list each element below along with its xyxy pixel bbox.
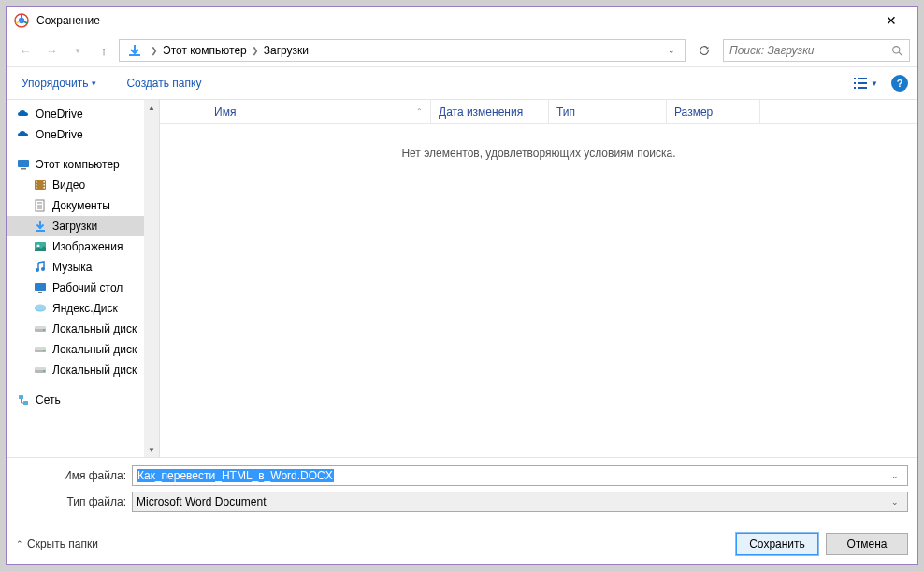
filename-dropdown[interactable]: ⌄ (887, 471, 903, 480)
sidebar: OneDrive OneDrive Этот компьютер Видео (7, 100, 160, 457)
breadcrumb-root[interactable]: Этот компьютер (163, 44, 247, 57)
empty-message: Нет элементов, удовлетворяющих условиям … (160, 124, 917, 182)
yandex-disk-icon (33, 301, 48, 316)
svg-rect-16 (36, 187, 37, 189)
svg-rect-10 (858, 87, 867, 89)
svg-rect-35 (35, 326, 46, 329)
sidebar-local-disk[interactable]: Локальный диск (7, 319, 145, 339)
filetype-label: Тип файла: (16, 495, 126, 508)
svg-point-1 (19, 18, 24, 23)
svg-rect-17 (44, 181, 46, 183)
forward-button[interactable]: → (40, 39, 63, 62)
hide-folders-link[interactable]: ⌃ Скрыть папки (16, 537, 98, 550)
file-list-area: Имя⌃ Дата изменения Тип Размер Нет элеме… (160, 100, 917, 457)
sidebar-onedrive[interactable]: OneDrive (7, 104, 145, 124)
filetype-select[interactable]: Microsoft Word Document ⌄ (132, 492, 908, 512)
svg-line-4 (899, 52, 902, 55)
svg-point-3 (893, 46, 900, 52)
back-button[interactable]: ← (14, 39, 36, 62)
search-input[interactable] (729, 44, 891, 57)
disk-icon (33, 342, 48, 357)
footer: ⌃ Скрыть папки Сохранить Отмена (7, 516, 917, 564)
svg-rect-15 (36, 184, 37, 186)
svg-rect-14 (36, 181, 37, 183)
svg-point-36 (43, 329, 45, 331)
svg-rect-8 (858, 82, 867, 84)
refresh-button[interactable] (693, 39, 715, 62)
scroll-up-button[interactable]: ▲ (145, 100, 159, 115)
chevron-up-icon: ⌃ (16, 539, 23, 549)
svg-rect-18 (44, 184, 46, 186)
address-dropdown[interactable]: ⌄ (662, 46, 681, 55)
save-button[interactable]: Сохранить (736, 533, 818, 555)
filetype-row: Тип файла: Microsoft Word Document ⌄ (16, 492, 908, 512)
documents-icon (33, 198, 48, 213)
close-button[interactable]: ✕ (873, 7, 910, 34)
recent-dropdown[interactable]: ▼ (66, 39, 89, 62)
up-button[interactable]: ↑ (93, 39, 115, 62)
column-headers: Имя⌃ Дата изменения Тип Размер (160, 100, 917, 124)
titlebar: Сохранение ✕ (7, 7, 917, 35)
column-name[interactable]: Имя⌃ (207, 100, 431, 123)
sidebar-local-disk[interactable]: Локальный диск (7, 339, 145, 360)
svg-rect-43 (19, 395, 23, 399)
filetype-dropdown[interactable]: ⌄ (887, 497, 903, 507)
filename-row: Имя файла: Как_перевести_HTML_в_Word.DOC… (16, 465, 908, 486)
column-type[interactable]: Тип (549, 100, 667, 123)
sidebar-desktop[interactable]: Рабочий стол (7, 278, 145, 298)
svg-rect-2 (129, 54, 140, 56)
svg-point-42 (43, 370, 45, 372)
svg-rect-44 (23, 401, 28, 405)
sidebar-scrollbar[interactable]: ▲ ▼ (144, 100, 159, 457)
sidebar-onedrive[interactable]: OneDrive (7, 124, 145, 145)
chrome-icon (14, 13, 29, 28)
filename-input[interactable]: Как_перевести_HTML_в_Word.DOCX ⌄ (132, 465, 908, 486)
sidebar-pictures[interactable]: Изображения (7, 236, 145, 257)
svg-rect-24 (36, 230, 45, 232)
svg-rect-30 (35, 283, 46, 291)
chevron-right-icon: ❯ (146, 46, 163, 55)
svg-rect-5 (854, 78, 856, 79)
video-icon (33, 178, 48, 193)
breadcrumb-folder[interactable]: Загрузки (264, 44, 309, 57)
window-title: Сохранение (36, 14, 873, 27)
column-size[interactable]: Размер (667, 100, 760, 123)
organize-menu[interactable]: Упорядочить (16, 73, 102, 93)
network-icon (16, 393, 31, 407)
sidebar-documents[interactable]: Документы (7, 195, 145, 216)
view-mode-button[interactable]: ▼ (847, 75, 884, 92)
address-bar[interactable]: ❯ Этот компьютер ❯ Загрузки ⌄ (119, 39, 686, 62)
body: OneDrive OneDrive Этот компьютер Видео (7, 100, 917, 457)
folder-tree: OneDrive OneDrive Этот компьютер Видео (7, 100, 145, 414)
onedrive-icon (16, 127, 31, 142)
scroll-down-button[interactable]: ▼ (145, 442, 159, 457)
new-folder-button[interactable]: Создать папку (121, 73, 207, 93)
toolbar: Упорядочить Создать папку ▼ ? (7, 67, 917, 99)
svg-rect-31 (38, 292, 42, 293)
column-date[interactable]: Дата изменения (431, 100, 549, 123)
sidebar-network[interactable]: Сеть (7, 390, 145, 410)
sidebar-this-pc[interactable]: Этот компьютер (7, 154, 145, 175)
svg-point-33 (35, 305, 46, 311)
navigation-bar: ← → ▼ ↑ ❯ Этот компьютер ❯ Загрузки ⌄ (7, 35, 917, 66)
svg-rect-19 (44, 187, 46, 189)
sidebar-videos[interactable]: Видео (7, 175, 145, 195)
svg-rect-7 (854, 82, 856, 84)
pictures-icon (33, 239, 48, 254)
search-icon (891, 45, 903, 57)
downloads-folder-icon (127, 43, 142, 58)
svg-rect-6 (858, 78, 867, 79)
filename-value: Как_перевести_HTML_в_Word.DOCX (137, 469, 334, 482)
disk-icon (33, 363, 48, 378)
chevron-right-icon: ❯ (247, 46, 264, 55)
search-box[interactable] (723, 39, 910, 62)
sidebar-local-disk[interactable]: Локальный диск (7, 360, 145, 380)
sidebar-yandex-disk[interactable]: Яндекс.Диск (7, 298, 145, 319)
sidebar-music[interactable]: Музыка (7, 257, 145, 278)
cancel-button[interactable]: Отмена (826, 533, 908, 555)
help-button[interactable]: ? (891, 75, 908, 92)
sidebar-downloads[interactable]: Загрузки (7, 216, 145, 236)
svg-rect-12 (21, 168, 26, 170)
close-icon: ✕ (886, 13, 897, 28)
svg-rect-11 (18, 160, 29, 167)
